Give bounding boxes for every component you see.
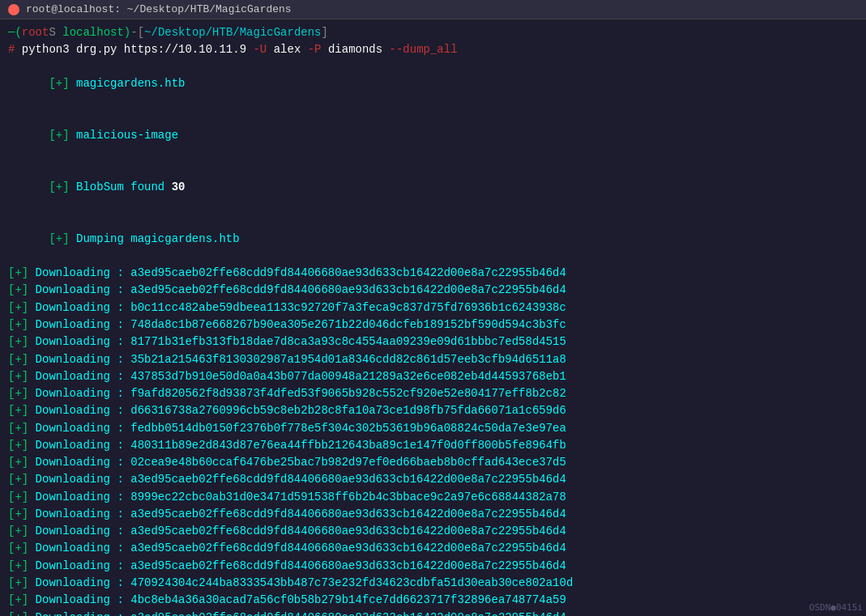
cmd-pass: diamonds	[328, 41, 390, 58]
download-line-16: [+] Downloading : a3ed95caeb02ffe68cdd9f…	[8, 540, 858, 557]
cmd-flag-p: -P	[308, 41, 328, 58]
cmd-flag-dump: --dump_all	[390, 41, 458, 58]
info-line-1: [+] magicgardens.htb	[8, 58, 858, 110]
download-line-6: [+] Downloading : 437853d7b910e50d0a0a43…	[8, 368, 858, 385]
prompt-line: ─(rootS localhost)-[~/Desktop/HTB/MagicG…	[8, 24, 858, 41]
info-line-3: [+] BlobSum found 30	[8, 162, 858, 214]
title-text: root@localhost: ~/Desktop/HTB/MagicGarde…	[26, 3, 292, 15]
download-line-17: [+] Downloading : a3ed95caeb02ffe68cdd9f…	[8, 558, 858, 575]
download-line-3: [+] Downloading : 748da8c1b87e668267b90e…	[8, 316, 858, 333]
close-icon[interactable]	[8, 4, 19, 15]
cmd-flag-u: -U	[253, 41, 273, 58]
download-lines: [+] Downloading : a3ed95caeb02ffe68cdd9f…	[8, 265, 858, 616]
download-line-18: [+] Downloading : 470924304c244ba8333543…	[8, 575, 858, 592]
download-line-0: [+] Downloading : a3ed95caeb02ffe68cdd9f…	[8, 265, 858, 282]
prompt-path: ~/Desktop/HTB/MagicGardens	[144, 24, 321, 41]
download-line-19: [+] Downloading : 4bc8eb4a36a30acad7a56c…	[8, 592, 858, 609]
title-bar: root@localhost: ~/Desktop/HTB/MagicGarde…	[0, 0, 866, 19]
download-line-11: [+] Downloading : 02cea9e48b60ccaf6476be…	[8, 454, 858, 471]
command-line: # python3 drg.py https://10.10.11.9 -U a…	[8, 41, 858, 58]
terminal-window: root@localhost: ~/Desktop/HTB/MagicGarde…	[0, 0, 866, 616]
download-line-14: [+] Downloading : a3ed95caeb02ffe68cdd9f…	[8, 506, 858, 523]
info-line-4: [+] Dumping magicgardens.htb	[8, 213, 858, 265]
download-line-9: [+] Downloading : fedbb0514db0150f2376b0…	[8, 420, 858, 437]
download-line-15: [+] Downloading : a3ed95caeb02ffe68cdd9f…	[8, 523, 858, 540]
download-line-1: [+] Downloading : a3ed95caeb02ffe68cdd9f…	[8, 282, 858, 299]
download-line-12: [+] Downloading : a3ed95caeb02ffe68cdd9f…	[8, 471, 858, 488]
download-line-4: [+] Downloading : 81771b31efb313fb18dae7…	[8, 333, 858, 350]
cmd-user: alex	[274, 41, 308, 58]
prompt-hash: #	[8, 41, 22, 58]
terminal-body: ─(rootS localhost)-[~/Desktop/HTB/MagicG…	[0, 19, 866, 616]
download-line-10: [+] Downloading : 480311b89e2d843d87e76e…	[8, 437, 858, 454]
download-line-13: [+] Downloading : 8999ec22cbc0ab31d0e347…	[8, 489, 858, 506]
download-line-8: [+] Downloading : d66316738a2760996cb59c…	[8, 402, 858, 419]
download-line-20: [+] Downloading : a3ed95caeb02ffe68cdd9f…	[8, 610, 858, 617]
cmd-python: python3 drg.py https://10.10.11.9	[22, 41, 254, 58]
info-line-2: [+] malicious-image	[8, 110, 858, 162]
download-line-5: [+] Downloading : 35b21a215463f813030298…	[8, 351, 858, 368]
download-line-7: [+] Downloading : f9afd820562f8d93873f4d…	[8, 385, 858, 402]
prompt-user-host: ─(rootS localhost)	[8, 24, 130, 41]
watermark: OSDN●0415i	[809, 602, 863, 613]
download-line-2: [+] Downloading : b0c11cc482abe59dbeea11…	[8, 300, 858, 316]
